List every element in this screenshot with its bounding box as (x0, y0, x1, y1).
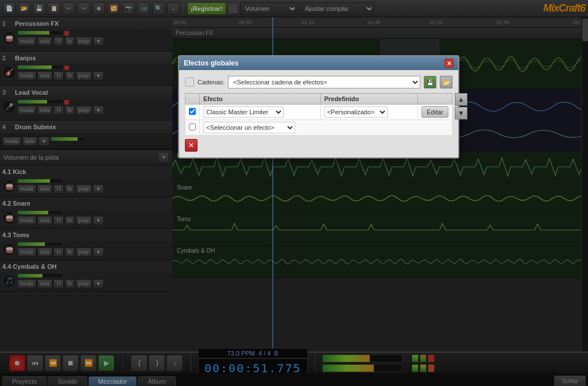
move-down-button[interactable]: ▼ (455, 107, 467, 119)
cadenas-select[interactable]: <Seleccionar cadena de efectos> (228, 76, 420, 88)
col-preset: Predefinido (320, 94, 417, 105)
effect-row-1: Classic Master Limiter <Personalizado> E… (185, 105, 452, 120)
delete-effect-button[interactable]: ✕ (185, 139, 198, 152)
add-effect-check-cell (185, 120, 200, 136)
add-effect-row: <Seleccionar un efecto> (185, 120, 452, 136)
cadenas-label: Cadenas: (198, 79, 225, 86)
add-effect-select[interactable]: <Seleccionar un efecto> (203, 122, 295, 133)
col-effect: Efecto (200, 94, 321, 105)
modal-body: Cadenas: <Seleccionar cadena de efectos>… (179, 70, 458, 157)
effects-table: Efecto Predefinido Classic Master Limite… (185, 93, 452, 136)
add-effect-checkbox[interactable] (189, 123, 196, 130)
delete-row: ✕ (185, 139, 452, 152)
table-side-buttons: ▲ ▼ (455, 93, 467, 119)
cadenas-row: Cadenas: <Seleccionar cadena de efectos>… (185, 76, 452, 88)
effect-1-preset-cell: <Personalizado> (320, 105, 417, 120)
effect-1-check-cell (185, 105, 200, 120)
effect-1-name-cell: Classic Master Limiter (200, 105, 321, 120)
effect-1-preset-select[interactable]: <Personalizado> (324, 106, 388, 118)
effect-1-name-select[interactable]: Classic Master Limiter (203, 106, 284, 118)
cadenas-save-btn[interactable]: 💾 (424, 76, 436, 88)
effect-1-edit-cell: Editar (418, 105, 452, 120)
modal-close-button[interactable]: ✕ (444, 59, 454, 68)
col-edit (418, 94, 452, 105)
efectos-globales-dialog: Efectos globales ✕ Cadenas: <Seleccionar… (178, 55, 459, 159)
effects-table-section: Efecto Predefinido Classic Master Limite… (185, 93, 452, 136)
cadenas-icon (185, 78, 194, 87)
modal-title: Efectos globales (184, 59, 238, 67)
col-check (185, 94, 200, 105)
move-up-button[interactable]: ▲ (455, 93, 467, 106)
effect-1-edit-button[interactable]: Editar (421, 106, 448, 118)
add-effect-cell: <Seleccionar un efecto> (200, 120, 452, 136)
modal-title-bar: Efectos globales ✕ (179, 56, 458, 70)
effect-1-checkbox[interactable] (189, 108, 196, 115)
cadenas-load-btn[interactable]: 📂 (440, 76, 452, 88)
